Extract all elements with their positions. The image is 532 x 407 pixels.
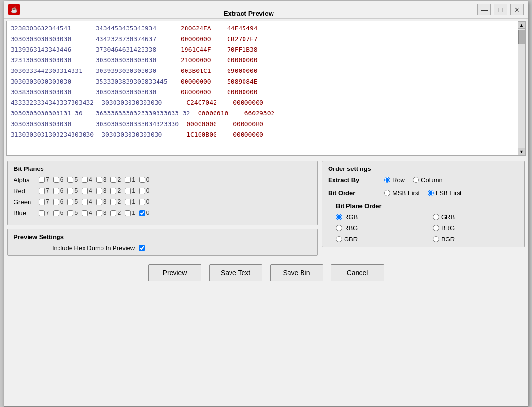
bit-item-blue-3: 3 [96,210,109,216]
col3: 08000000 [181,87,219,98]
col4: 000000B0 [233,119,272,129]
bit-item-red-1: 1 [125,187,137,194]
include-hex-checkbox[interactable] [139,245,145,251]
channel-label-green: Green [14,198,37,206]
bit-checkbox-red-4[interactable] [82,188,88,194]
col1: 3238303632344541 [11,23,88,34]
bit-checkbox-red-2[interactable] [110,188,116,194]
table-row: 4333323334343337303432 3030303030303030 … [11,98,514,108]
bit-plane-order-radio-grb[interactable] [433,214,439,220]
bit-plane-order-item-rbg: RBG [336,225,421,232]
col3: 003B01C1 [181,66,219,76]
bit-checkbox-alpha-3[interactable] [96,177,102,183]
bit-checkbox-alpha-5[interactable] [67,177,73,183]
bit-checkbox-blue-5[interactable] [67,210,73,216]
bit-planes-section: Bit Planes Alpha 7 6 5 4 3 2 [7,161,318,225]
bit-checkbox-green-4[interactable] [82,199,88,205]
bit-checkbox-red-7[interactable] [39,188,45,194]
col2: 3030303030303030 [101,129,179,140]
bit-checkbox-red-5[interactable] [67,188,73,194]
bit-item-red-4: 4 [82,187,94,194]
bit-label-green-3: 3 [103,198,107,205]
bit-plane-order-label-gbr: GBR [344,236,358,243]
table-row: 3038303030303030 3030303030303030 080000… [11,87,514,98]
bit-checkbox-green-5[interactable] [67,199,73,205]
bit-item-alpha-5: 5 [67,176,80,183]
bit-checkbox-blue-1[interactable] [125,210,131,216]
channel-label-red: Red [14,187,37,195]
col1: 3030303030303030 [11,119,88,129]
close-button[interactable]: ✕ [510,4,524,15]
bit-plane-order-radio-brg[interactable] [433,225,439,231]
bit-checkbox-green-1[interactable] [125,199,131,205]
bit-checkbox-green-0[interactable] [139,199,145,205]
left-panel: Bit Planes Alpha 7 6 5 4 3 2 [7,161,318,256]
row-radio[interactable] [384,177,390,183]
bit-plane-order-title: Bit Plane Order [328,202,518,210]
bit-checkbox-red-6[interactable] [53,188,59,194]
bit-checkbox-blue-0[interactable] [139,210,145,216]
bit-checkbox-green-6[interactable] [53,199,59,205]
bit-plane-order-radio-rbg[interactable] [336,225,342,231]
bit-label-red-2: 2 [117,187,121,194]
bit-plane-row-green: Green 7 6 5 4 3 2 1 [14,198,312,206]
scroll-down-arrow[interactable]: ▼ [518,148,526,155]
bit-checkbox-alpha-2[interactable] [110,177,116,183]
bit-checkbox-alpha-0[interactable] [139,177,145,183]
scroll-thumb[interactable] [518,30,525,44]
bit-checkbox-alpha-7[interactable] [39,177,45,183]
bit-checkbox-blue-2[interactable] [110,210,116,216]
save-text-button[interactable]: Save Text [209,264,262,281]
bit-checkbox-blue-7[interactable] [39,210,45,216]
bit-item-blue-4: 4 [82,210,94,216]
column-radio[interactable] [413,177,419,183]
bit-label-blue-5: 5 [74,210,78,216]
bit-checkbox-alpha-1[interactable] [125,177,131,183]
bit-item-red-5: 5 [67,187,80,194]
col4: 66029302 [244,108,283,119]
bit-checkbox-red-0[interactable] [139,188,145,194]
save-bin-button[interactable]: Save Bin [270,264,323,281]
cancel-button[interactable]: Cancel [331,264,384,281]
bit-checkbox-blue-4[interactable] [82,210,88,216]
bit-plane-order-item-brg: BRG [433,225,518,232]
col3: 1961C44F [181,44,219,55]
bit-checkbox-alpha-4[interactable] [82,177,88,183]
bit-checkbox-red-1[interactable] [125,188,131,194]
bit-label-alpha-4: 4 [89,176,92,183]
window-title: Extract Preview [223,10,273,17]
bit-label-blue-7: 7 [46,210,49,216]
col4: 09000000 [227,66,266,76]
col2: 3434453435343934 [96,23,173,34]
minimize-button[interactable]: — [477,4,491,15]
bit-checkbox-blue-6[interactable] [53,210,59,216]
bit-checkbox-green-7[interactable] [39,199,45,205]
preview-button[interactable]: Preview [148,264,201,281]
main-window: ☕ Extract Preview — □ ✕ 3238303632344541… [4,1,528,407]
col1: 3038303030303030 [11,87,88,98]
bit-item-green-3: 3 [96,198,109,205]
bit-plane-order-radio-rgb[interactable] [336,214,342,220]
col3: 280624EA [181,23,219,34]
bit-label-green-5: 5 [74,198,78,205]
bit-checkbox-alpha-6[interactable] [53,177,59,183]
msb-first-radio[interactable] [384,190,390,196]
bit-item-red-0: 0 [139,187,152,194]
preview-scroll-area[interactable]: 3238303632344541 3434453435343934 280624… [7,21,518,155]
bit-checkbox-green-3[interactable] [96,199,102,205]
preview-settings-title: Preview Settings [14,233,312,240]
scroll-up-arrow[interactable]: ▲ [518,21,526,29]
column-radio-label: Column [421,176,443,183]
bit-checkbox-green-2[interactable] [110,199,116,205]
extract-by-radio-group: Row Column [384,176,443,183]
col3: 1C100B00 [187,129,225,140]
bit-plane-order-radio-bgr[interactable] [433,236,439,242]
bit-checkbox-blue-3[interactable] [96,210,102,216]
col4: 00000000 [233,129,272,140]
col3: 00000010 [198,108,237,119]
lsb-first-radio[interactable] [428,190,434,196]
order-settings-title: Order settings [328,165,518,172]
maximize-button[interactable]: □ [494,4,507,15]
bit-checkbox-red-3[interactable] [96,188,102,194]
bit-plane-order-radio-gbr[interactable] [336,236,342,242]
